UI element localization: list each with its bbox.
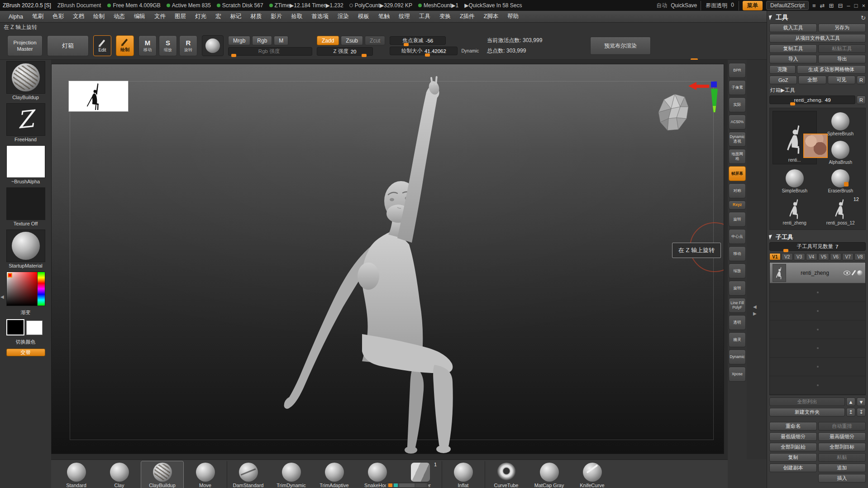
subtool-empty-row[interactable]: [770, 321, 865, 339]
window-control-icon[interactable]: ⊞: [829, 2, 834, 9]
tray-brush[interactable]: Move: [184, 461, 227, 488]
window-control-icon[interactable]: ≡: [812, 2, 816, 9]
paint-mode-button[interactable]: M: [274, 36, 288, 45]
tool-slot[interactable]: SimpleBrush: [773, 168, 817, 195]
selected-texture-thumbnail[interactable]: [803, 134, 828, 158]
visibility-tab[interactable]: V5: [818, 253, 830, 260]
color-picker-hue-strip[interactable]: [38, 272, 45, 306]
zmodeler-mini-popup[interactable]: [386, 483, 428, 488]
slider-nub[interactable]: [425, 53, 430, 57]
stroke-preview-button[interactable]: [202, 35, 224, 56]
right-shelf-button[interactable]: BPR: [729, 63, 746, 78]
tray-brush[interactable]: ClayBuildup: [141, 461, 184, 488]
slider-nub[interactable]: [783, 249, 788, 252]
sculpt-mode-button[interactable]: Zsub: [341, 36, 363, 45]
paste-subtool-button[interactable]: 粘贴: [818, 453, 866, 462]
brush-thumbnail[interactable]: [6, 61, 45, 94]
right-shelf-button[interactable]: Dynamic: [729, 349, 746, 364]
copy-subtool-button[interactable]: 复制: [769, 453, 817, 462]
right-shelf-button[interactable]: AC50%: [729, 115, 746, 129]
menu-item[interactable]: 首选项: [307, 11, 333, 22]
material-thumbnail[interactable]: [6, 230, 45, 262]
menu-item[interactable]: 工具: [415, 11, 434, 22]
tray-brush[interactable]: Inflat: [442, 461, 485, 488]
transform-button[interactable]: S 缩放: [159, 35, 177, 56]
tray-brush[interactable]: Standard: [55, 461, 98, 488]
visibility-tab[interactable]: V1: [769, 253, 781, 260]
tray-brush[interactable]: TrimDynamic: [270, 461, 313, 488]
goz-visible-button[interactable]: 可见: [828, 76, 855, 84]
rgb-intensity-slider[interactable]: Rgb 强度: [228, 47, 312, 56]
subtool-empty-row[interactable]: [770, 302, 865, 321]
stroke-thumbnail[interactable]: Z: [6, 103, 45, 136]
insert-button[interactable]: 插入: [818, 474, 866, 483]
current-alpha-item[interactable]: ~BrushAlpha: [6, 145, 45, 184]
menu-item[interactable]: 笔触: [374, 11, 394, 22]
menu-item[interactable]: 拾取: [287, 11, 306, 22]
tool-slot[interactable]: EraserBrush: [819, 168, 863, 195]
color-picker[interactable]: [6, 272, 45, 306]
subtool-empty-row[interactable]: [770, 283, 865, 302]
right-shelf-button[interactable]: Line Fill PolyF: [729, 298, 746, 313]
subtool-row-active[interactable]: renti_zheng: [770, 263, 865, 283]
right-shelf-button[interactable]: 子像素: [729, 80, 746, 95]
menu-item[interactable]: 灯光: [191, 11, 210, 22]
current-texture-item[interactable]: Texture Off: [6, 187, 45, 226]
menu-item[interactable]: Alpha: [5, 12, 27, 21]
duplicate-button[interactable]: 创建副本: [769, 464, 817, 472]
slider-nub[interactable]: [231, 54, 236, 57]
current-brush-item[interactable]: ClayBuildup: [6, 61, 45, 100]
menu-item[interactable]: 渲染: [334, 11, 353, 22]
right-shelf-button[interactable]: Rxyz: [729, 201, 746, 210]
load-from-project-button[interactable]: 从项目文件载入工具: [769, 34, 866, 43]
right-shelf-button[interactable]: 中心点: [729, 229, 746, 244]
sculpt-mode-button[interactable]: Zadd: [317, 36, 339, 45]
menu-item[interactable]: 动态: [110, 11, 129, 22]
menu-item[interactable]: 图层: [171, 11, 190, 22]
auto-reorder-button[interactable]: 自动重排: [818, 422, 866, 431]
document-canvas[interactable]: 在 Z 轴上旋转: [51, 64, 724, 454]
menu-item[interactable]: 宏: [211, 11, 225, 22]
save-as-button[interactable]: 另存为: [818, 24, 866, 32]
primary-color-swatch[interactable]: [6, 319, 24, 335]
visibility-tab[interactable]: V2: [782, 253, 793, 260]
z-intensity-slider[interactable]: Z 强度 20: [317, 47, 373, 56]
right-shelf-button[interactable]: 对称: [729, 183, 746, 198]
menu-item[interactable]: 纹理: [395, 11, 414, 22]
visibility-tab[interactable]: V3: [794, 253, 805, 260]
right-shelf-button[interactable]: 缩放: [729, 263, 746, 278]
all-to-target-button[interactable]: 全部到目标: [818, 443, 866, 451]
visibility-eye-icon[interactable]: [844, 271, 850, 275]
import-button[interactable]: 导入: [769, 55, 817, 63]
clone-button[interactable]: 克隆: [769, 65, 796, 74]
slider-nub[interactable]: [404, 43, 409, 46]
visibility-tab[interactable]: V6: [830, 253, 841, 260]
tray-brush[interactable]: Clay: [98, 461, 141, 488]
export-button[interactable]: 导出: [818, 55, 866, 63]
menu-button[interactable]: 菜单: [743, 1, 763, 10]
menu-item[interactable]: 绘制: [89, 11, 109, 22]
axis-gizmo[interactable]: [687, 76, 720, 114]
window-control-icon[interactable]: ×: [862, 2, 865, 9]
tray-brush[interactable]: DamStandard: [227, 461, 270, 488]
del-higher-button[interactable]: 最高级细分: [818, 432, 866, 441]
menu-item[interactable]: Z插件: [456, 11, 479, 22]
quicksave-button[interactable]: QuickSave: [671, 2, 697, 9]
right-shelf-button[interactable]: 帧屏幕: [729, 166, 746, 181]
right-shelf-button[interactable]: Xpose: [729, 367, 746, 382]
menu-item[interactable]: Z脚本: [480, 11, 503, 22]
draw-size-slider[interactable]: 绘制大小 41.42062: [390, 47, 458, 55]
menu-item[interactable]: 笔刷: [28, 11, 48, 22]
current-material-item[interactable]: StartupMaterial: [6, 230, 45, 268]
window-control-icon[interactable]: ⇄: [820, 2, 825, 9]
visibility-tab[interactable]: V8: [854, 253, 866, 260]
move-down-button[interactable]: ▼: [857, 397, 866, 406]
subtool-count-slider[interactable]: 子工具可见数量 7: [769, 242, 866, 251]
right-shelf-button[interactable]: 旋转: [729, 212, 746, 227]
lightbox-button[interactable]: 灯箱: [47, 35, 89, 56]
alpha-thumbnail[interactable]: [6, 145, 45, 178]
menu-item[interactable]: 标记: [226, 11, 245, 22]
move-up-button[interactable]: ▲: [846, 397, 855, 406]
palette-reload-icon[interactable]: ↻: [861, 14, 866, 21]
move-out-button[interactable]: ↥: [846, 408, 855, 416]
